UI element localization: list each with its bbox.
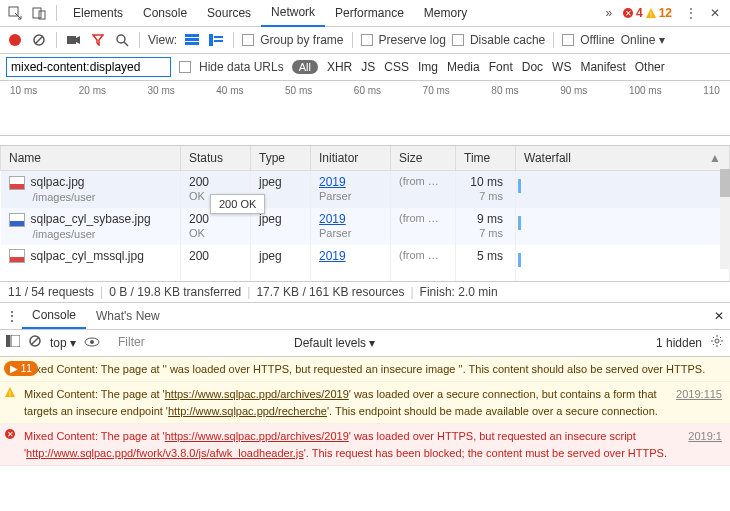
type-cell: jpeg [251,245,311,281]
console-message[interactable]: ▶ 11Mixed Content: The page at '' was lo… [0,357,730,383]
message-link[interactable]: http://www.sqlpac.ppd/recherche [168,405,327,417]
message-text: Mixed Content: The page at '' was loaded… [24,363,705,375]
error-warning-counts[interactable]: ✕ 4 ! 12 [622,6,672,20]
eye-icon[interactable] [84,336,100,350]
console-sidebar-icon[interactable] [6,335,20,350]
filter-type-ws[interactable]: WS [552,60,571,74]
console-clear-icon[interactable] [28,334,42,351]
main-toolbar: ElementsConsoleSourcesNetworkPerformance… [0,0,730,27]
filter-type-css[interactable]: CSS [384,60,409,74]
size-cell: (from … [391,208,456,245]
file-name: sqlpac_cyl_sybase.jpg [31,212,151,226]
search-icon[interactable] [113,31,131,49]
size-cell: (from … [391,171,456,208]
more-tabs-icon[interactable]: » [598,2,620,24]
summary-finish: Finish: 2.0 min [420,285,498,299]
large-rows-icon[interactable] [183,31,201,49]
timeline-tick: 70 ms [423,85,450,96]
file-path: /images/user [33,228,96,240]
console-message[interactable]: !2019:115Mixed Content: The page at 'htt… [0,382,730,424]
hide-urls-checkbox[interactable] [179,61,191,73]
filter-type-all[interactable]: All [292,60,318,74]
tab-performance[interactable]: Performance [325,0,414,27]
message-source[interactable]: 2019:115 [676,386,722,403]
table-row[interactable]: sqlpac_cyl_mssql.jpg200jpeg2019(from …5 … [1,245,730,281]
gear-icon[interactable] [710,334,724,351]
initiator-link[interactable]: 2019 [319,249,346,263]
initiator-link[interactable]: 2019 [319,212,346,226]
message-source[interactable]: 2019:1 [688,428,722,445]
time-cell: 9 ms [477,212,503,226]
drawer-close-icon[interactable]: ✕ [714,309,724,323]
timeline-overview[interactable]: 10 ms20 ms30 ms40 ms50 ms60 ms70 ms80 ms… [0,81,730,136]
filter-icon[interactable] [89,31,107,49]
svg-rect-17 [6,335,10,347]
inspect-icon[interactable] [4,2,26,24]
table-row[interactable]: sqlpac.jpg/images/user200OKjpeg2019Parse… [1,171,730,208]
overview-icon[interactable] [207,31,225,49]
tab-network[interactable]: Network [261,0,325,27]
drawer-tab-console[interactable]: Console [22,302,86,329]
tab-memory[interactable]: Memory [414,0,477,27]
online-select[interactable]: Online ▾ [621,33,665,47]
message-link[interactable]: http://www.sqlpac.ppd/fwork/v3.8.0/js/af… [26,447,304,459]
filter-type-xhr[interactable]: XHR [327,60,352,74]
drawer-tab-what-s-new[interactable]: What's New [86,302,170,329]
table-scrollbar[interactable] [720,169,730,269]
hidden-count[interactable]: 1 hidden [656,336,702,350]
tab-console[interactable]: Console [133,0,197,27]
svg-rect-15 [214,36,223,38]
column-time[interactable]: Time [456,146,516,171]
timeline-tick: 80 ms [491,85,518,96]
drawer-kebab-icon[interactable]: ⋮ [6,309,18,323]
column-type[interactable]: Type [251,146,311,171]
preserve-checkbox[interactable] [361,34,373,46]
group-label: Group by frame [260,33,343,47]
network-toolbar: View: Group by frame Preserve log Disabl… [0,27,730,54]
column-name[interactable]: Name [1,146,181,171]
kebab-icon[interactable]: ⋮ [680,2,702,24]
initiator-link[interactable]: 2019 [319,175,346,189]
group-checkbox[interactable] [242,34,254,46]
drawer-tabs: ⋮ ConsoleWhat's New ✕ [0,303,730,330]
filter-type-media[interactable]: Media [447,60,480,74]
offline-checkbox[interactable] [562,34,574,46]
column-waterfall[interactable]: Waterfall▲ [516,146,730,171]
message-link[interactable]: https://www.sqlpac.ppd/archives/2019 [165,430,349,442]
column-status[interactable]: Status [181,146,251,171]
error-count: 4 [636,6,643,20]
filter-type-other[interactable]: Other [635,60,665,74]
svg-rect-12 [185,38,199,41]
file-name: sqlpac_cyl_mssql.jpg [31,249,144,263]
filter-type-img[interactable]: Img [418,60,438,74]
tab-elements[interactable]: Elements [63,0,133,27]
message-link[interactable]: https://www.sqlpac.ppd/archives/2019 [165,388,349,400]
timeline-tick: 110 [703,85,720,96]
context-select[interactable]: top ▾ [50,336,76,350]
camera-icon[interactable] [65,31,83,49]
console-filter-input[interactable] [116,333,286,352]
console-message[interactable]: ✕2019:1Mixed Content: The page at 'https… [0,424,730,466]
filter-type-manifest[interactable]: Manifest [580,60,625,74]
levels-select[interactable]: Default levels ▾ [294,336,375,350]
record-button[interactable] [6,31,24,49]
tab-sources[interactable]: Sources [197,0,261,27]
panel-tabs: ElementsConsoleSourcesNetworkPerformance… [63,0,596,27]
close-icon[interactable]: ✕ [704,2,726,24]
timeline-tick: 20 ms [79,85,106,96]
svg-text:✕: ✕ [7,430,14,439]
clear-icon[interactable] [30,31,48,49]
filter-type-doc[interactable]: Doc [522,60,543,74]
svg-rect-13 [185,42,199,45]
filter-input[interactable] [6,57,171,77]
filter-type-font[interactable]: Font [489,60,513,74]
filter-type-js[interactable]: JS [361,60,375,74]
column-initiator[interactable]: Initiator [311,146,391,171]
column-size[interactable]: Size [391,146,456,171]
device-icon[interactable] [28,2,50,24]
timeline-tick: 50 ms [285,85,312,96]
svg-rect-1 [33,8,41,18]
disable-cache-checkbox[interactable] [452,34,464,46]
table-row[interactable]: sqlpac_cyl_sybase.jpg/images/user200OKjp… [1,208,730,245]
initiator-sub: Parser [319,227,351,239]
